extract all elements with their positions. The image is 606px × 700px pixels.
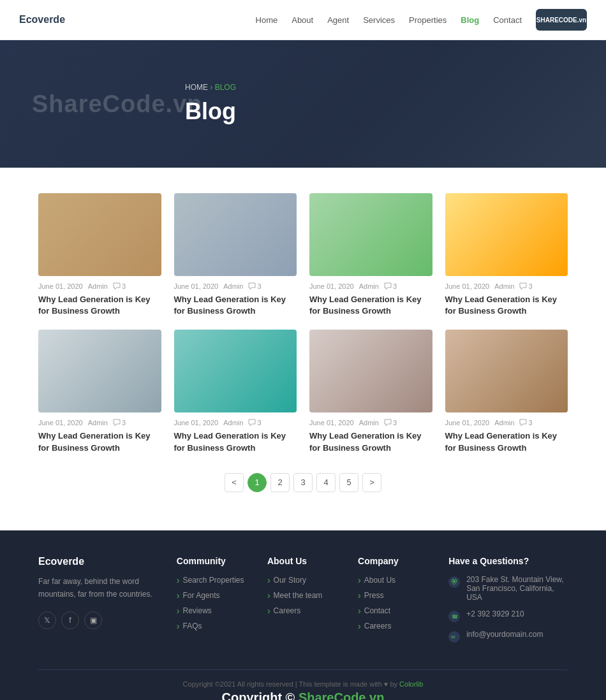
footer-link-meet-team[interactable]: Meet the team (267, 590, 339, 601)
footer-link-our-story[interactable]: Our Story (267, 575, 339, 585)
footer-address-text: 203 Fake St. Mountain View, San Francisc… (466, 575, 568, 602)
footer-about-links: Our Story Meet the team Careers (267, 575, 339, 616)
blog-card-title[interactable]: Why Lead Generation is Key for Business … (174, 430, 297, 453)
footer-bottom: Copyright ©2021 All rights reserved | Th… (38, 669, 568, 700)
blog-card-title[interactable]: Why Lead Generation is Key for Business … (309, 430, 432, 453)
pagination-page-5[interactable]: 5 (339, 473, 358, 492)
footer-about-title: About Us (267, 556, 339, 566)
footer-link-contact[interactable]: Contact (358, 606, 429, 616)
comment-icon: 3 (519, 282, 532, 290)
blog-card-date: June 01, 2020 (309, 419, 354, 427)
email-icon: ✉ (448, 631, 460, 643)
footer-company-title: Company (358, 556, 429, 566)
footer-grid: Ecoverde Far far away, behind the word m… (38, 556, 568, 650)
blog-card-title[interactable]: Why Lead Generation is Key for Business … (309, 294, 432, 317)
blog-card-meta: June 01, 2020 Admin 3 (445, 419, 568, 427)
footer-copyright-small: Copyright ©2021 All rights reserved | Th… (38, 680, 568, 688)
blog-card-author: Admin (359, 419, 379, 427)
footer-brand-name: Ecoverde (38, 556, 158, 567)
footer-link-about-us[interactable]: About Us (358, 575, 429, 585)
nav-agent[interactable]: Agent (327, 15, 349, 25)
nav-logo: Ecoverde (19, 14, 65, 26)
nav-about[interactable]: About (292, 15, 313, 25)
footer-link-faqs[interactable]: FAQs (177, 621, 248, 631)
social-instagram[interactable]: ▣ (84, 611, 102, 629)
footer-link-reviews[interactable]: Reviews (177, 606, 248, 616)
blog-card: June 01, 2020 Admin 3 Why Lead Generatio… (309, 193, 432, 317)
blog-card-meta: June 01, 2020 Admin 3 (445, 282, 568, 290)
footer-address: 203 Fake St. Mountain View, San Francisc… (448, 575, 568, 602)
blog-card: June 01, 2020 Admin 3 Why Lead Generatio… (174, 193, 297, 317)
page-title: Blog (185, 98, 236, 125)
blog-card-image[interactable] (309, 330, 432, 412)
blog-card-title[interactable]: Why Lead Generation is Key for Business … (174, 294, 297, 317)
footer-email-text: info@yourdomain.com (466, 630, 543, 639)
blog-card-image[interactable] (445, 330, 568, 412)
footer-phone: ☎ +2 392 3929 210 (448, 609, 568, 622)
blog-card-image[interactable] (174, 330, 297, 412)
blog-card-author: Admin (88, 419, 108, 427)
footer-email: ✉ info@yourdomain.com (448, 630, 568, 643)
nav-properties[interactable]: Properties (409, 15, 447, 25)
blog-card-meta: June 01, 2020 Admin 3 (309, 419, 432, 427)
footer-link-careers-about[interactable]: Careers (267, 606, 339, 616)
blog-card: June 01, 2020 Admin 3 Why Lead Generatio… (174, 330, 297, 453)
social-facebook[interactable]: f (61, 611, 79, 629)
pagination-page-2[interactable]: 2 (270, 473, 290, 492)
social-twitter[interactable]: 𝕏 (38, 611, 56, 629)
blog-card-title[interactable]: Why Lead Generation is Key for Business … (38, 294, 161, 317)
blog-card-date: June 01, 2020 (445, 282, 490, 290)
comment-icon: 3 (113, 282, 126, 290)
footer-link-search-properties[interactable]: Search Properties (177, 575, 248, 585)
footer-contact-title: Have a Questions? (448, 556, 568, 566)
svg-text:✉: ✉ (451, 634, 455, 640)
blog-card-author: Admin (223, 282, 243, 290)
navbar: Ecoverde Home About Agent Services Prope… (0, 0, 606, 40)
svg-point-0 (453, 580, 455, 583)
hero-watermark: ShareCode.vn (32, 91, 203, 118)
blog-card: June 01, 2020 Admin 3 Why Lead Generatio… (445, 193, 568, 317)
blog-card-image[interactable] (445, 193, 568, 276)
footer-link-careers-company[interactable]: Careers (358, 621, 429, 631)
footer-description: Far far away, behind the word mountains,… (38, 575, 158, 601)
footer-contact-col: Have a Questions? 203 Fake St. Mountain … (448, 556, 568, 650)
footer-about-col: About Us Our Story Meet the team Careers (267, 556, 339, 650)
blog-card-image[interactable] (309, 193, 432, 276)
footer-link-for-agents[interactable]: For Agents (177, 590, 248, 601)
blog-card: June 01, 2020 Admin 3 Why Lead Generatio… (38, 193, 161, 317)
blog-card-image[interactable] (38, 330, 161, 412)
blog-card-author: Admin (494, 419, 514, 427)
breadcrumb-current: BLOG (215, 83, 236, 92)
pagination-prev[interactable]: < (225, 473, 244, 492)
nav-services[interactable]: Services (363, 15, 395, 25)
blog-card-date: June 01, 2020 (174, 282, 219, 290)
nav-links: Home About Agent Services Properties Blo… (256, 9, 587, 31)
breadcrumb-home[interactable]: HOME (185, 83, 208, 92)
pagination-next[interactable]: > (362, 473, 381, 492)
nav-blog[interactable]: Blog (461, 15, 479, 25)
blog-card-author: Admin (223, 419, 243, 427)
pagination-page-3[interactable]: 3 (293, 473, 313, 492)
comment-icon: 3 (384, 419, 397, 427)
blog-card-meta: June 01, 2020 Admin 3 (309, 282, 432, 290)
blog-card-date: June 01, 2020 (38, 419, 83, 427)
breadcrumb: HOME › BLOG (185, 83, 236, 92)
footer-social: 𝕏 f ▣ (38, 611, 158, 629)
blog-card-image[interactable] (38, 193, 161, 276)
footer-link-press[interactable]: Press (358, 590, 429, 601)
pagination-page-4[interactable]: 4 (316, 473, 336, 492)
pagination-page-1[interactable]: 1 (248, 473, 267, 492)
blog-section: June 01, 2020 Admin 3 Why Lead Generatio… (0, 168, 606, 530)
blog-card: June 01, 2020 Admin 3 Why Lead Generatio… (38, 330, 161, 453)
blog-card-image[interactable] (174, 193, 297, 276)
blog-card-title[interactable]: Why Lead Generation is Key for Business … (38, 430, 161, 453)
blog-card-title[interactable]: Why Lead Generation is Key for Business … (445, 294, 568, 317)
footer-community-col: Community Search Properties For Agents R… (177, 556, 248, 650)
footer-phone-text: +2 392 3929 210 (466, 609, 524, 618)
nav-contact[interactable]: Contact (493, 15, 522, 25)
nav-home[interactable]: Home (256, 15, 278, 25)
blog-card-author: Admin (88, 282, 108, 290)
comment-icon: 3 (384, 282, 397, 290)
blog-card-title[interactable]: Why Lead Generation is Key for Business … (445, 430, 568, 453)
footer-community-links: Search Properties For Agents Reviews FAQ… (177, 575, 248, 631)
